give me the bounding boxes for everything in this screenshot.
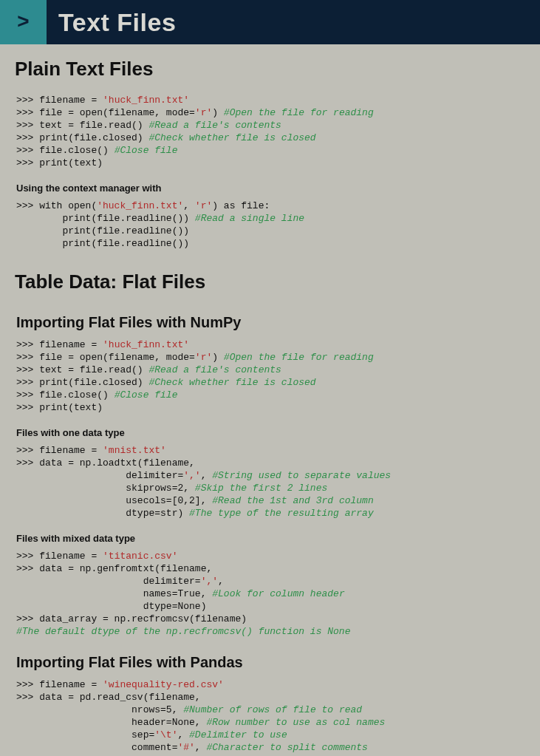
section-table-data-title: Table Data: Flat Files xyxy=(0,257,540,305)
subsection-pandas-title: Importing Flat Files with Pandas xyxy=(0,645,540,677)
section-plain-text-title: Plain Text Files xyxy=(0,44,540,92)
code-numpy-open: >>> filename = 'huck_finn.txt' >>> file … xyxy=(0,337,540,421)
code-numpy-loadtxt: >>> filename = 'mnist.txt' >>> data = np… xyxy=(0,443,540,527)
code-plain-with: >>> with open('huck_finn.txt', 'r') as f… xyxy=(0,198,540,257)
code-pandas-readcsv: >>> filename = 'winequality-red.csv' >>>… xyxy=(0,677,540,756)
prompt-icon: > xyxy=(0,0,47,44)
header-bar: > Text Files xyxy=(0,0,540,44)
code-plain-open: >>> filename = 'huck_finn.txt' >>> file … xyxy=(0,92,540,177)
note-one-dtype: Files with one data type xyxy=(0,421,540,443)
prompt-text: > xyxy=(17,11,30,34)
note-mixed-dtype: Files with mixed data type xyxy=(0,527,540,548)
subsection-numpy-title: Importing Flat Files with NumPy xyxy=(0,305,540,337)
page-title: Text Files xyxy=(58,8,176,37)
note-context-manager: Using the context manager with xyxy=(0,177,540,198)
code-numpy-genfromtxt: >>> filename = 'titanic.csv' >>> data = … xyxy=(0,548,540,645)
